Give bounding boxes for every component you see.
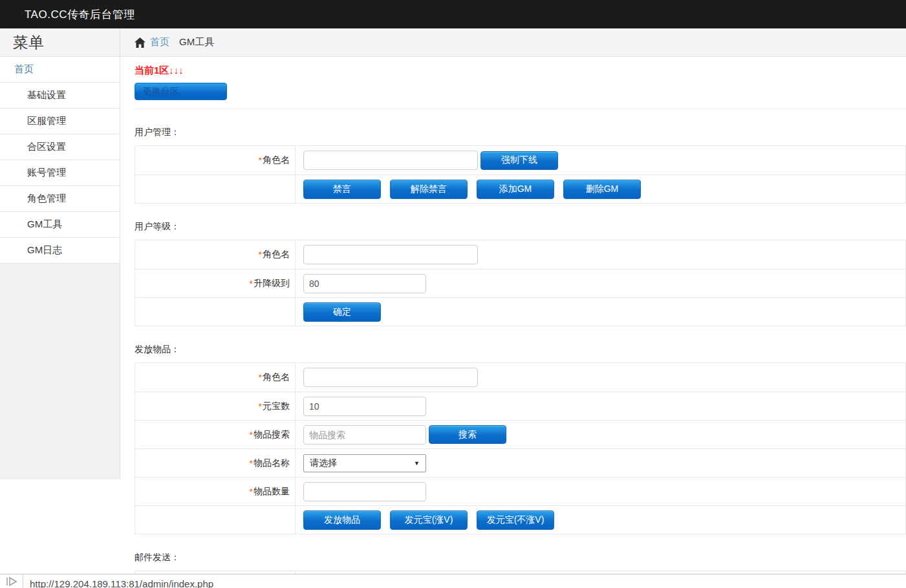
chevron-down-icon: ▼	[414, 460, 420, 467]
confirm-button[interactable]: 确定	[303, 302, 381, 322]
empty-label-cell	[135, 175, 296, 203]
divider	[135, 109, 906, 109]
run-cursor-icon	[5, 576, 18, 587]
give-buttons-cell: 发放物品 发元宝(涨V) 发元宝(不涨V)	[296, 506, 905, 534]
required-mark: *	[259, 372, 262, 383]
role-name-label-cell: * 角色名	[135, 146, 296, 174]
required-mark: *	[250, 487, 253, 497]
current-zone-notice: 当前1区↓↓↓	[135, 57, 906, 77]
delete-gm-button[interactable]: 删除GM	[563, 180, 641, 199]
user-level-table: * 角色名 * 升降级到 确定	[135, 240, 906, 326]
level-field-cell	[296, 269, 905, 297]
content-area: 首页 GM工具 当前1区↓↓↓ 更换分区 用户管理： * 角色名 强制下线	[120, 28, 906, 588]
sidebar-item-basic-settings[interactable]: 基础设置	[0, 83, 120, 109]
table-row: 确定	[135, 297, 905, 326]
item-count-label: 物品数量	[253, 486, 290, 498]
table-row: * 物品名称 请选择 ▼	[135, 448, 905, 477]
confirm-button-cell: 确定	[296, 298, 905, 326]
search-button[interactable]: 搜索	[429, 425, 506, 444]
item-name-select[interactable]: 请选择 ▼	[303, 454, 426, 472]
role-name-input[interactable]	[303, 151, 478, 170]
item-count-label-cell: * 物品数量	[135, 478, 296, 505]
item-name-label-cell: * 物品名称	[135, 449, 296, 477]
required-mark: *	[259, 249, 262, 260]
unmute-button[interactable]: 解除禁言	[390, 180, 468, 199]
status-bar: http://129.204.189.113:81/admin/index.ph…	[0, 574, 906, 588]
items-role-name-input[interactable]	[303, 368, 478, 387]
section-title-user-level: 用户等级：	[135, 221, 906, 233]
item-name-label: 物品名称	[253, 457, 290, 469]
required-mark: *	[259, 401, 262, 412]
yuanbao-label-cell: * 元宝数	[135, 392, 296, 420]
sidebar-item-role-manage[interactable]: 角色管理	[0, 186, 120, 212]
table-row: * 角色名	[135, 363, 905, 392]
empty-label-cell	[135, 298, 296, 326]
section-title-give-items: 发放物品：	[135, 344, 906, 355]
table-row: * 物品搜索 搜索	[135, 420, 905, 448]
role-name-label-cell: * 角色名	[135, 363, 296, 392]
item-select-value: 请选择	[310, 457, 337, 469]
sidebar-item-gm-logs[interactable]: GM日志	[0, 238, 120, 264]
level-label-cell: * 升降级到	[135, 269, 296, 297]
role-name-label: 角色名	[263, 154, 290, 166]
sidebar-item-merge-settings[interactable]: 合区设置	[0, 134, 120, 160]
required-mark: *	[250, 278, 253, 289]
level-value-input[interactable]	[303, 274, 426, 293]
item-search-field-cell: 搜索	[296, 421, 905, 448]
table-row: * 角色名	[135, 240, 905, 269]
item-search-label-cell: * 物品搜索	[135, 421, 296, 448]
mute-button[interactable]: 禁言	[303, 180, 381, 199]
breadcrumb: 首页 GM工具	[120, 28, 906, 57]
sidebar-item-account-manage[interactable]: 账号管理	[0, 160, 120, 186]
sidebar-menu-title: 菜单	[0, 28, 120, 57]
section-title-mail: 邮件发送：	[135, 552, 906, 563]
item-count-field-cell	[296, 478, 905, 505]
topbar: TAO.CC传奇后台管理	[0, 0, 906, 28]
give-items-table: * 角色名 * 元宝数 * 物品搜索	[135, 362, 906, 534]
status-url: http://129.204.189.113:81/admin/index.ph…	[23, 578, 213, 588]
force-offline-button[interactable]: 强制下线	[480, 151, 558, 170]
role-name-field-cell: 强制下线	[296, 146, 905, 174]
item-name-field-cell: 请选择 ▼	[296, 449, 905, 477]
table-row: * 升降级到	[135, 269, 905, 297]
breadcrumb-home-link[interactable]: 首页	[150, 36, 169, 48]
required-mark: *	[250, 430, 253, 440]
role-name-label-cell: * 角色名	[135, 240, 296, 269]
role-name-field-cell	[296, 363, 905, 392]
table-row: * 物品数量	[135, 477, 905, 505]
table-row: 禁言 解除禁言 添加GM 删除GM	[135, 174, 905, 203]
empty-label-cell	[135, 506, 296, 534]
level-role-name-input[interactable]	[303, 245, 478, 264]
yuanbao-label: 元宝数	[263, 401, 290, 412]
required-mark: *	[250, 458, 253, 468]
table-row: * 角色名 强制下线	[135, 146, 905, 174]
app-title: TAO.CC传奇后台管理	[25, 7, 135, 22]
give-yuanbao-v-button[interactable]: 发元宝(涨V)	[390, 510, 468, 530]
yuanbao-count-input[interactable]	[303, 397, 426, 416]
required-mark: *	[259, 155, 262, 165]
give-yuanbao-nv-button[interactable]: 发元宝(不涨V)	[477, 510, 554, 530]
role-name-label: 角色名	[263, 372, 290, 383]
table-row: * 元宝数	[135, 392, 905, 420]
item-count-input[interactable]	[303, 482, 426, 501]
breadcrumb-current: GM工具	[179, 36, 214, 48]
home-icon	[135, 37, 146, 48]
sidebar-item-gm-tools[interactable]: GM工具	[0, 212, 120, 238]
sidebar-item-server-manage[interactable]: 区服管理	[0, 109, 120, 134]
user-manage-table: * 角色名 强制下线 禁言 解除禁言 添加GM 删除GM	[135, 145, 906, 204]
yuanbao-field-cell	[296, 392, 905, 420]
item-search-input[interactable]	[303, 425, 426, 445]
item-search-label: 物品搜索	[253, 429, 290, 441]
sidebar: 菜单 首页 基础设置 区服管理 合区设置 账号管理 角色管理 GM工具 GM日志	[0, 28, 120, 479]
gm-buttons-cell: 禁言 解除禁言 添加GM 删除GM	[296, 175, 905, 203]
give-item-button[interactable]: 发放物品	[303, 510, 381, 530]
status-icon-box	[0, 574, 23, 588]
sidebar-item-home[interactable]: 首页	[0, 57, 120, 83]
level-label: 升降级到	[253, 278, 290, 289]
main-panel: 当前1区↓↓↓ 更换分区 用户管理： * 角色名 强制下线 禁言 解除禁言	[120, 57, 906, 588]
add-gm-button[interactable]: 添加GM	[477, 180, 554, 199]
section-title-user-manage: 用户管理：	[135, 127, 906, 138]
table-row: 发放物品 发元宝(涨V) 发元宝(不涨V)	[135, 505, 905, 534]
change-zone-button[interactable]: 更换分区	[135, 83, 227, 100]
role-name-field-cell	[296, 240, 905, 269]
